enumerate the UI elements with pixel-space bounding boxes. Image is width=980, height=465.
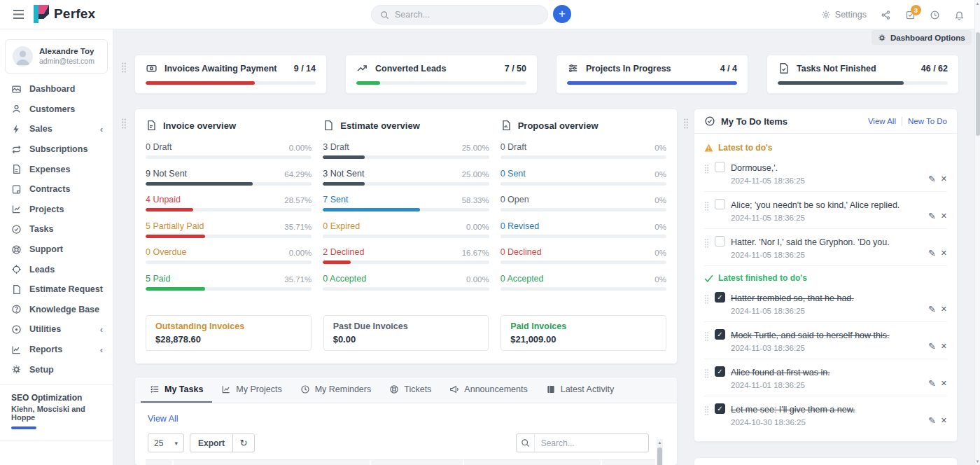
search-input[interactable] <box>395 10 539 20</box>
tab-my-tasks[interactable]: My Tasks <box>141 377 212 403</box>
drag-handle-icon[interactable] <box>704 368 709 378</box>
edit-icon[interactable]: ✎ <box>928 304 936 314</box>
sidebar-item-customers[interactable]: Customers <box>0 99 113 120</box>
sidebar-item-support[interactable]: Support <box>0 240 113 260</box>
drag-handle-icon[interactable] <box>704 201 709 211</box>
new-todo-link[interactable]: New To Do <box>908 117 947 125</box>
tasks-table-scrollbar[interactable]: ▲ <box>657 439 663 465</box>
sidebar-item-tasks[interactable]: Tasks <box>0 219 113 240</box>
todo-checkbox[interactable] <box>715 199 725 209</box>
export-button[interactable]: Export <box>190 434 233 452</box>
todo-view-all-link[interactable]: View All <box>868 117 896 125</box>
sidebar-item-contracts[interactable]: Contracts <box>0 179 113 200</box>
tab-latest-activity[interactable]: Latest Activity <box>537 377 623 403</box>
settings-label: Settings <box>835 10 867 20</box>
delete-icon[interactable]: ✕ <box>941 174 947 183</box>
quick-create-button[interactable]: + <box>553 5 571 23</box>
sidebar-item-knowledge-base[interactable]: Knowledge Base <box>0 300 113 320</box>
menu-toggle-icon[interactable] <box>13 9 24 20</box>
paid-invoices-box[interactable]: Paid Invoices $21,009.00 <box>500 315 666 351</box>
stat-card-projects-in-progress[interactable]: Projects In Progress 4 / 4 <box>556 55 748 94</box>
sidebar-item-utilities[interactable]: Utilities ‹ <box>0 319 113 340</box>
refresh-button[interactable]: ↻ <box>233 434 254 452</box>
brand-logo[interactable]: Perfex <box>34 5 95 23</box>
status-percent: 35.71% <box>284 275 312 284</box>
edit-icon[interactable]: ✎ <box>928 248 936 258</box>
sidebar-item-label: Support <box>29 244 63 254</box>
todo-checkbox-checked[interactable]: ✓ <box>715 329 725 340</box>
sidebar-item-expenses[interactable]: Expenses <box>0 159 113 179</box>
dashboard-options-button[interactable]: Dashboard Options <box>872 30 972 45</box>
scroll-up-arrow-icon[interactable]: ▲ <box>657 439 663 446</box>
scroll-up-arrow-icon[interactable]: ▲ <box>975 0 980 7</box>
todo-checkbox-checked[interactable]: ✓ <box>715 403 725 414</box>
stat-card-converted-leads[interactable]: Converted Leads 7 / 50 <box>345 55 538 94</box>
todo-checkbox-checked[interactable]: ✓ <box>715 292 725 303</box>
tab-label: Announcements <box>464 384 527 394</box>
timer-icon[interactable] <box>930 10 940 20</box>
tab-my-reminders[interactable]: My Reminders <box>291 377 381 403</box>
status-row: 0 Expired0.00% <box>323 221 489 238</box>
global-search[interactable] <box>371 5 548 25</box>
active-project-widget[interactable]: SEO Optimization Kiehn, Mosciski and Hop… <box>0 390 113 435</box>
settings-button[interactable]: Settings <box>821 10 867 20</box>
sidebar-item-projects[interactable]: Projects <box>0 200 113 220</box>
scrollbar-thumb[interactable] <box>657 447 662 465</box>
user-card[interactable]: Alexandre Toy admin@test.com <box>5 39 108 74</box>
delete-icon[interactable]: ✕ <box>941 342 947 351</box>
drag-handle-icon[interactable] <box>121 62 127 73</box>
tab-tickets[interactable]: Tickets <box>380 377 440 403</box>
outstanding-invoices-box[interactable]: Outstanding Invoices $28,878.60 <box>146 315 312 351</box>
projects-icon <box>11 204 22 214</box>
dashboard-options-label: Dashboard Options <box>890 34 965 42</box>
edit-icon[interactable]: ✎ <box>928 211 936 221</box>
tab-announcements[interactable]: Announcements <box>440 377 536 403</box>
drag-handle-icon[interactable] <box>121 118 127 129</box>
drag-handle-icon[interactable] <box>704 294 709 304</box>
tasks-view-all-link[interactable]: View All <box>148 414 664 424</box>
edit-icon[interactable]: ✎ <box>928 174 936 184</box>
sidebar-item-label: Setup <box>29 365 54 375</box>
edit-icon[interactable]: ✎ <box>928 378 936 389</box>
sidebar-item-estimate-request[interactable]: Estimate Request <box>0 279 113 300</box>
edit-icon[interactable]: ✎ <box>928 415 936 426</box>
drag-handle-icon[interactable] <box>704 405 709 415</box>
tasks-search[interactable] <box>516 433 649 452</box>
delete-icon[interactable]: ✕ <box>941 211 947 221</box>
tasks-search-input[interactable] <box>535 438 648 448</box>
past-due-invoices-box[interactable]: Past Due Invoices $0.00 <box>323 315 489 351</box>
summary-amount: $28,878.60 <box>155 334 302 345</box>
todo-checklist-icon[interactable]: 3 <box>905 10 916 20</box>
edit-icon[interactable]: ✎ <box>928 341 936 352</box>
scrollbar-thumb[interactable] <box>976 32 980 136</box>
page-size-select[interactable]: 25 ▾ <box>148 433 184 452</box>
sidebar-item-dashboard[interactable]: Dashboard <box>0 79 113 99</box>
status-percent: 0% <box>654 144 666 152</box>
scroll-down-arrow-icon[interactable]: ▼ <box>975 458 980 465</box>
sidebar-item-leads[interactable]: Leads <box>0 259 113 279</box>
drag-handle-icon[interactable] <box>704 164 709 174</box>
drag-handle-icon[interactable] <box>683 118 689 129</box>
todo-checkbox-checked[interactable]: ✓ <box>715 366 725 377</box>
sidebar-item-setup[interactable]: Setup <box>0 359 113 380</box>
sidebar-item-subscriptions[interactable]: Subscriptions <box>0 139 113 160</box>
delete-icon[interactable]: ✕ <box>941 416 947 425</box>
stat-card-invoices-awaiting[interactable]: Invoices Awaiting Payment 9 / 14 <box>134 55 327 94</box>
todo-checkbox[interactable] <box>715 162 725 172</box>
sidebar-item-sales[interactable]: Sales ‹ <box>0 119 113 139</box>
bell-icon[interactable] <box>954 10 965 20</box>
share-icon[interactable] <box>881 10 891 20</box>
drag-handle-icon[interactable] <box>704 238 709 248</box>
drag-handle-icon[interactable] <box>704 331 709 341</box>
stat-progress-fill <box>146 81 255 85</box>
delete-icon[interactable]: ✕ <box>941 249 947 258</box>
delete-icon[interactable]: ✕ <box>941 305 947 314</box>
sidebar-item-label: Dashboard <box>29 84 75 94</box>
gear-icon <box>878 34 886 42</box>
tab-my-projects[interactable]: My Projects <box>212 377 290 403</box>
page-scrollbar[interactable]: ▲ ▼ <box>974 0 980 465</box>
sidebar-item-reports[interactable]: Reports ‹ <box>0 340 113 360</box>
stat-card-tasks-not-finished[interactable]: Tasks Not Finished 46 / 62 <box>766 55 959 94</box>
todo-checkbox[interactable] <box>715 236 725 247</box>
delete-icon[interactable]: ✕ <box>941 379 947 388</box>
